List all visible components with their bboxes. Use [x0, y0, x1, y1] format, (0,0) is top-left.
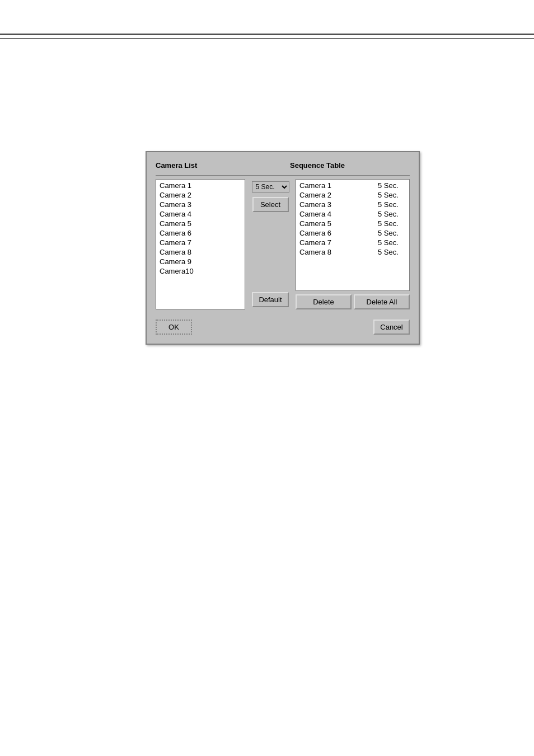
cancel-button[interactable]: Cancel [373, 320, 410, 335]
seq-row-6[interactable]: Camera 6 5 Sec. [297, 228, 408, 238]
ok-button[interactable]: OK [156, 320, 192, 335]
camera-item-2[interactable]: Camera 2 [157, 190, 243, 200]
default-button[interactable]: Default [252, 292, 288, 307]
camera-item-10[interactable]: Camera10 [157, 266, 243, 276]
camera-item-7[interactable]: Camera 7 [157, 238, 243, 247]
sequence-panel: Camera 1 5 Sec. Camera 2 5 Sec. Camera 3… [296, 179, 410, 291]
camera-item-1[interactable]: Camera 1 [157, 181, 243, 190]
camera-item-9[interactable]: Camera 9 [157, 257, 243, 266]
select-button[interactable]: Select [252, 197, 289, 212]
top-border [0, 34, 534, 35]
footer-row: OK Cancel [156, 320, 410, 335]
sec-dropdown[interactable]: 1 Sec. 2 Sec. 3 Sec. 5 Sec. 10 Sec. 15 S… [252, 181, 289, 192]
dialog-header: Camera List Sequence Table [156, 161, 410, 170]
seq-row-1[interactable]: Camera 1 5 Sec. [297, 181, 408, 190]
camera-item-4[interactable]: Camera 4 [157, 209, 243, 219]
seq-row-8[interactable]: Camera 8 5 Sec. [297, 247, 408, 257]
seq-row-2[interactable]: Camera 2 5 Sec. [297, 190, 408, 200]
camera-item-6[interactable]: Camera 6 [157, 228, 243, 238]
seq-row-4[interactable]: Camera 4 5 Sec. [297, 209, 408, 219]
camera-item-8[interactable]: Camera 8 [157, 247, 243, 257]
camera-list-title: Camera List [156, 161, 245, 170]
seq-row-3[interactable]: Camera 3 5 Sec. [297, 200, 408, 209]
seq-row-5[interactable]: Camera 5 5 Sec. [297, 219, 408, 228]
sequence-container: Camera 1 5 Sec. Camera 2 5 Sec. Camera 3… [296, 179, 410, 309]
bottom-border [0, 38, 534, 39]
seq-row-7[interactable]: Camera 7 5 Sec. [297, 238, 408, 247]
middle-controls: 1 Sec. 2 Sec. 3 Sec. 5 Sec. 10 Sec. 15 S… [245, 179, 296, 309]
sec-select-container: 1 Sec. 2 Sec. 3 Sec. 5 Sec. 10 Sec. 15 S… [252, 181, 289, 192]
dialog-box: Camera List Sequence Table Camera 1 Came… [146, 151, 420, 345]
camera-list-panel: Camera 1 Camera 2 Camera 3 Camera 4 Came… [156, 179, 245, 309]
delete-all-button[interactable]: Delete All [354, 294, 410, 309]
delete-button[interactable]: Delete [296, 294, 352, 309]
camera-item-3[interactable]: Camera 3 [157, 200, 243, 209]
sequence-table-title: Sequence Table [290, 161, 410, 170]
camera-item-5[interactable]: Camera 5 [157, 219, 243, 228]
